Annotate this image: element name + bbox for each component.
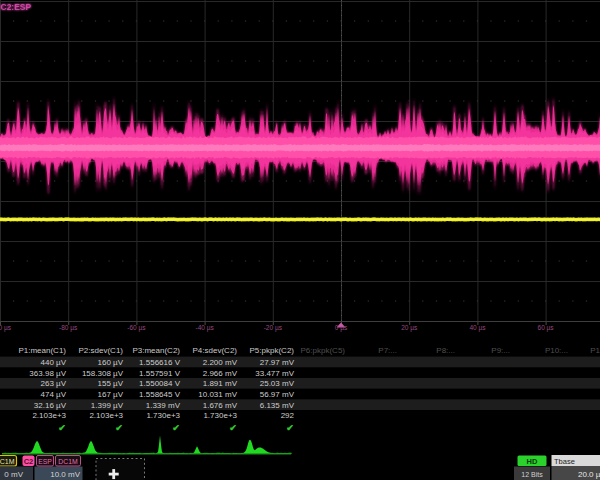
svg-text:20.0 µs: 20.0 µs [578, 470, 600, 479]
svg-text:1.550084 V: 1.550084 V [139, 379, 181, 388]
svg-text:33.477 mV: 33.477 mV [255, 369, 294, 378]
svg-text:DC1M: DC1M [0, 458, 15, 465]
svg-text:C2: C2 [24, 457, 34, 466]
svg-text:27.97 mV: 27.97 mV [260, 358, 295, 367]
svg-text:P7:...: P7:... [378, 346, 397, 355]
svg-text:1.891 mV: 1.891 mV [203, 379, 238, 388]
svg-text:1.558645 V: 1.558645 V [139, 390, 181, 399]
svg-text:0 µs: 0 µs [335, 324, 348, 332]
svg-text:P5:pkpk(C2): P5:pkpk(C2) [250, 346, 295, 355]
svg-text:1.556616 V: 1.556616 V [139, 358, 181, 367]
svg-text:✔: ✔ [229, 423, 237, 433]
svg-text:Tbase: Tbase [554, 457, 575, 466]
svg-text:12 Bits: 12 Bits [521, 471, 543, 478]
svg-text:P2:sdev(C1): P2:sdev(C1) [79, 346, 124, 355]
svg-text:160 µV: 160 µV [97, 358, 123, 367]
svg-text:0 mV: 0 mV [4, 470, 23, 479]
svg-text:10.0 mV: 10.0 mV [50, 470, 80, 479]
svg-text:1.339 mV: 1.339 mV [146, 401, 181, 410]
svg-text:32.16 µV: 32.16 µV [34, 401, 67, 410]
svg-text:✔: ✔ [58, 423, 66, 433]
svg-text:ESP: ESP [38, 458, 52, 465]
svg-text:1.730e+3: 1.730e+3 [146, 411, 180, 420]
svg-text:440 µV: 440 µV [40, 358, 66, 367]
svg-text:DC1M: DC1M [58, 458, 78, 465]
svg-text:474 µV: 474 µV [40, 390, 66, 399]
svg-text:56.97 mV: 56.97 mV [260, 390, 295, 399]
svg-text:-100 µs: -100 µs [0, 324, 12, 332]
svg-text:2.966 mV: 2.966 mV [203, 369, 238, 378]
svg-text:1.557591 V: 1.557591 V [139, 369, 181, 378]
svg-text:60 µs: 60 µs [538, 324, 555, 332]
svg-text:C2:ESP: C2:ESP [1, 2, 32, 12]
svg-text:-20 µs: -20 µs [264, 324, 283, 332]
svg-text:P10:...: P10:... [545, 346, 568, 355]
svg-text:155 µV: 155 µV [97, 379, 123, 388]
svg-text:2.200 mV: 2.200 mV [203, 358, 238, 367]
svg-text:P4:sdev(C2): P4:sdev(C2) [193, 346, 238, 355]
svg-text:-60 µs: -60 µs [127, 324, 146, 332]
svg-text:P9:...: P9:... [491, 346, 510, 355]
svg-text:HD: HD [527, 457, 538, 466]
svg-text:363.98 µV: 363.98 µV [29, 369, 66, 378]
svg-text:20 µs: 20 µs [401, 324, 418, 332]
svg-text:P1: P1 [590, 346, 600, 355]
svg-text:2.103e+3: 2.103e+3 [89, 411, 123, 420]
svg-text:10.031 mV: 10.031 mV [198, 390, 237, 399]
svg-text:6.135 mV: 6.135 mV [260, 401, 295, 410]
svg-text:P3:mean(C2): P3:mean(C2) [132, 346, 180, 355]
svg-text:263 µV: 263 µV [40, 379, 66, 388]
svg-text:-40 µs: -40 µs [195, 324, 214, 332]
svg-text:P1:mean(C1): P1:mean(C1) [18, 346, 66, 355]
svg-text:1.676 mV: 1.676 mV [203, 401, 238, 410]
svg-text:167 µV: 167 µV [97, 390, 123, 399]
svg-text:158.308 µV: 158.308 µV [82, 369, 124, 378]
svg-text:25.03 mV: 25.03 mV [260, 379, 295, 388]
svg-text:40 µs: 40 µs [469, 324, 486, 332]
svg-text:✔: ✔ [115, 423, 123, 433]
svg-text:1.399 µV: 1.399 µV [91, 401, 124, 410]
svg-text:2.103e+3: 2.103e+3 [32, 411, 66, 420]
svg-text:292: 292 [281, 411, 295, 420]
svg-text:✔: ✔ [286, 423, 294, 433]
svg-text:P6:pkpk(C5): P6:pkpk(C5) [301, 346, 346, 355]
svg-text:-80 µs: -80 µs [59, 324, 78, 332]
svg-text:1.730e+3: 1.730e+3 [203, 411, 237, 420]
svg-text:✔: ✔ [172, 423, 180, 433]
svg-text:P8:...: P8:... [436, 346, 455, 355]
